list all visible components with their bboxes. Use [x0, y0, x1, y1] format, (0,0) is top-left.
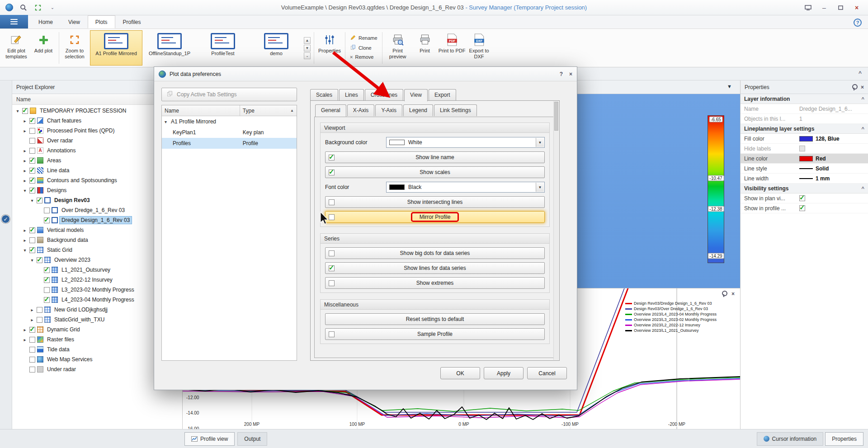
show-line-name-checkbox[interactable]	[329, 155, 335, 160]
dialog-subtab-legend[interactable]: Legend	[403, 104, 433, 116]
ribbon-tab-view[interactable]: View	[61, 15, 88, 28]
property-row-hide-labels[interactable]: Hide labels	[741, 144, 868, 154]
property-row-fill-color[interactable]: Fill color128, Blue	[741, 134, 868, 144]
tree-checkbox[interactable]	[29, 237, 35, 243]
tree-expander-icon[interactable]: ▸	[22, 148, 28, 153]
magnifier-icon[interactable]	[19, 3, 28, 12]
pin-icon[interactable]	[722, 291, 726, 297]
properties-tab[interactable]: Properties	[825, 432, 863, 446]
dialog-tab-scales[interactable]: Scales	[310, 89, 338, 101]
column-header-name[interactable]: Name	[162, 105, 240, 116]
tree-checkbox[interactable]	[37, 307, 42, 313]
dialog-tab-lines[interactable]: Lines	[339, 89, 364, 101]
gallery-scroll-up-icon[interactable]: ▲	[304, 37, 311, 44]
tree-checkbox[interactable]	[29, 178, 35, 184]
tree-expander-icon[interactable]: ▸	[22, 337, 28, 342]
rename-button[interactable]: Rename	[347, 34, 380, 42]
minimize-button[interactable]: –	[820, 4, 828, 12]
screen-capture-icon[interactable]	[804, 4, 812, 12]
ribbon-tab-home[interactable]: Home	[31, 15, 61, 28]
help-icon[interactable]: ?	[854, 19, 862, 27]
plot-gallery-item-profiletest[interactable]: ProfileTest	[197, 30, 249, 66]
tree-expander-icon[interactable]: ▸	[22, 327, 28, 332]
property-row-show-in-profile[interactable]: Show in profile ...	[741, 203, 868, 213]
app-menu-button[interactable]	[0, 15, 28, 28]
expander-icon[interactable]: ▾	[165, 119, 171, 124]
tree-expander-icon[interactable]: ▸	[29, 317, 35, 322]
dialog-subtab-general[interactable]: General	[315, 104, 346, 117]
tree-expander-icon[interactable]: ▸	[22, 128, 28, 133]
show-extremes-toggle[interactable]: Show extremes	[325, 277, 545, 289]
tree-checkbox[interactable]	[44, 287, 50, 293]
tree-checkbox[interactable]	[44, 267, 50, 273]
tree-checkbox[interactable]	[44, 277, 50, 283]
section-header-visibility-settings[interactable]: Visibility settings^	[741, 184, 868, 193]
property-row-show-in-plan-vi[interactable]: Show in plan vi...	[741, 193, 868, 203]
section-header-layer-information[interactable]: Layer information^	[741, 94, 868, 104]
zoom-to-selection-button[interactable]: Zoom to selection	[61, 30, 88, 66]
tree-checkbox[interactable]	[22, 108, 28, 114]
dialog-close-icon[interactable]: ×	[569, 71, 572, 77]
plot-gallery-item-demo[interactable]: demo	[250, 30, 302, 66]
collapse-ribbon-icon[interactable]: ^	[859, 70, 862, 76]
tree-checkbox[interactable]	[37, 198, 42, 203]
tree-checkbox[interactable]	[29, 367, 35, 373]
property-row-line-style[interactable]: Line styleSolid	[741, 164, 868, 174]
close-profile-view-icon[interactable]: ×	[731, 291, 735, 297]
dialog-subtab-link-settings[interactable]: Link Settings	[434, 104, 477, 116]
gallery-scroll-down-icon[interactable]: ▼	[304, 45, 311, 52]
export-to-dxf-button[interactable]: DXF Export to DXF	[466, 30, 493, 66]
output-tab[interactable]: Output	[237, 432, 267, 446]
properties-button[interactable]: Properties	[316, 30, 343, 66]
close-button[interactable]: ×	[853, 4, 861, 12]
maximize-button[interactable]	[836, 4, 844, 12]
tree-checkbox[interactable]	[29, 327, 35, 333]
cursor-information-tab[interactable]: Cursor information	[757, 432, 824, 446]
plot-gallery-item-offlinestandup-1p[interactable]: OfflineStandup_1P	[143, 30, 196, 66]
profile-view-tab[interactable]: Profile view	[184, 432, 235, 446]
tree-checkbox[interactable]	[29, 118, 35, 124]
ribbon-tab-profiles[interactable]: Profiles	[115, 15, 149, 28]
qat-dropdown-icon[interactable]: ⌄	[48, 3, 57, 12]
tree-checkbox[interactable]	[29, 138, 35, 144]
dialog-subtab-y-axis[interactable]: Y-Axis	[375, 104, 402, 116]
fit-extents-icon[interactable]	[33, 3, 42, 12]
tree-expander-icon[interactable]: ▸	[22, 178, 28, 183]
tree-expander-icon[interactable]: ▸	[29, 307, 35, 312]
cancel-button[interactable]: Cancel	[527, 367, 567, 379]
close-properties-icon[interactable]: ×	[861, 84, 864, 90]
tree-expander-icon[interactable]: ▾	[15, 108, 20, 113]
tree-checkbox[interactable]	[44, 297, 50, 303]
tree-expander-icon[interactable]: ▸	[22, 118, 28, 123]
tree-expander-icon[interactable]: ▾	[29, 198, 35, 203]
tree-checkbox[interactable]	[29, 337, 35, 343]
property-row-line-width[interactable]: Line width1 mm	[741, 174, 868, 184]
mirror-profile-checkbox[interactable]	[329, 214, 335, 220]
property-checkbox[interactable]	[799, 195, 805, 201]
dialog-title-bar[interactable]: Plot data preferences ? ×	[154, 67, 577, 81]
background-color-select[interactable]: White ▼	[386, 137, 545, 148]
tree-expander-icon[interactable]: ▸	[22, 168, 28, 173]
print-to-pdf-button[interactable]: PDF Print to PDF	[439, 30, 466, 66]
ok-button[interactable]: OK	[440, 367, 480, 379]
tree-checkbox[interactable]	[29, 148, 35, 154]
tree-expander-icon[interactable]: ▾	[22, 248, 28, 253]
tree-checkbox[interactable]	[29, 168, 35, 174]
tree-checkbox[interactable]	[29, 188, 35, 193]
tree-checkbox[interactable]	[29, 227, 35, 233]
show-scales-toggle[interactable]: Show scales	[325, 166, 545, 178]
dialog-list-row-profiles[interactable]: ProfilesProfile	[162, 138, 297, 149]
tree-expander-icon[interactable]: ▾	[29, 258, 35, 263]
show-scales-checkbox[interactable]	[329, 170, 335, 175]
dialog-list-row-keyplan1[interactable]: KeyPlan1Key plan	[162, 127, 297, 138]
chevron-down-icon[interactable]: ▼	[536, 183, 544, 192]
active-layer-badge-icon[interactable]: ✓	[1, 215, 10, 223]
print-preview-button[interactable]: Print preview	[384, 30, 411, 66]
property-row-line-color[interactable]: Line colorRed	[741, 154, 868, 164]
property-checkbox[interactable]	[799, 146, 805, 151]
property-row-name[interactable]: NameDredge Design_1_6...	[741, 104, 868, 114]
show-lines-for-data-series-checkbox[interactable]	[329, 265, 335, 271]
tree-checkbox[interactable]	[44, 217, 50, 223]
property-checkbox[interactable]	[799, 205, 805, 211]
show-big-dots-checkbox[interactable]	[329, 250, 335, 256]
